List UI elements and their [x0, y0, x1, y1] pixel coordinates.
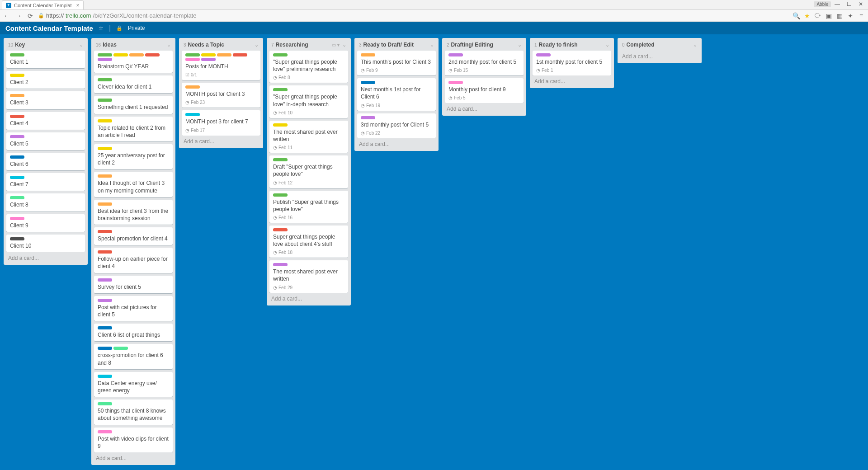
back-icon[interactable]: ←	[3, 12, 11, 20]
card[interactable]: Something client 1 requested	[94, 96, 173, 113]
badge-text: Feb 16	[278, 215, 292, 220]
card[interactable]: "Super great things people love" prelimi…	[269, 51, 348, 83]
chrome-menu-icon[interactable]: ≡	[857, 12, 865, 20]
card[interactable]: "Super great things people love" in-dept…	[269, 85, 348, 118]
extension-icon-1[interactable]: ▣	[825, 12, 833, 20]
card[interactable]: Follow-up on earlier piece for client 4	[94, 248, 173, 273]
board-star-icon[interactable]: ☆	[99, 25, 104, 31]
browser-tab[interactable]: T Content Calendar Templat ×	[2, 0, 84, 9]
list-header[interactable]: 0Completed⌄	[620, 41, 699, 51]
card[interactable]: Client 1	[6, 51, 85, 68]
window-maximize-icon[interactable]: ☐	[844, 0, 854, 8]
evernote-icon[interactable]: ✦	[846, 12, 854, 20]
board-title[interactable]: Content Calendar Template	[5, 24, 93, 32]
add-card-button[interactable]: Add a card...	[94, 452, 173, 461]
card[interactable]: Idea I thought of for Client 3 on my mor…	[94, 172, 173, 197]
card[interactable]: Client 5	[6, 132, 85, 150]
badge-text: Feb 12	[278, 180, 292, 185]
card[interactable]: Client 6 list of great things	[94, 324, 173, 341]
card[interactable]: MONTH post 3 for client 7◔Feb 17	[182, 110, 260, 135]
card[interactable]: Client 3	[6, 91, 85, 109]
card[interactable]: The most shared post ever written◔Feb 29	[269, 260, 348, 292]
list-header[interactable]: 16Ideas⌄	[94, 41, 173, 51]
window-close-icon[interactable]: ✕	[855, 0, 866, 8]
list-cards: 2nd monthly post for client 5◔Feb 15Mont…	[445, 51, 524, 103]
card[interactable]: Brainstorm Q# YEAR	[94, 51, 173, 73]
list-header[interactable]: 1Ready to finish⌄	[533, 41, 611, 51]
list-header[interactable]: 7Researching▭ ▾⌄	[269, 41, 348, 51]
forward-icon[interactable]: →	[14, 12, 23, 20]
card-title: Client 6	[10, 160, 81, 168]
card-labels	[98, 119, 169, 122]
list-menu-icon[interactable]: ⌄	[255, 42, 259, 48]
board-canvas[interactable]: 10Key⌄Client 1Client 2Client 3Client 4Cl…	[0, 34, 868, 470]
card[interactable]: Client 8	[6, 193, 85, 211]
card[interactable]: 25 year anniversary post for client 2	[94, 144, 173, 169]
card[interactable]: Client 10	[6, 235, 85, 252]
list-menu-icon[interactable]: ⌄	[693, 42, 697, 48]
list-header[interactable]: 10Key⌄	[6, 41, 85, 51]
list-menu-icon[interactable]: ⌄	[167, 42, 171, 48]
list: 3Ready to Draft/ Edit⌄This month's post …	[354, 38, 439, 151]
pocket-icon[interactable]: ⧂	[814, 12, 822, 20]
card[interactable]: 50 things that client 8 knows about some…	[94, 400, 173, 424]
card[interactable]: Client 4	[6, 112, 85, 130]
card[interactable]: This month's post for Client 3◔Feb 9	[357, 51, 436, 75]
card[interactable]: Topic related to client 2 from an articl…	[94, 117, 173, 141]
card[interactable]: Super great things people love about cli…	[269, 226, 348, 258]
privacy-label[interactable]: Private	[128, 25, 145, 31]
extension-icon-2[interactable]: ▦	[835, 12, 844, 20]
add-card-button[interactable]: Add a card...	[620, 51, 699, 60]
list-menu-icon[interactable]: ⌄	[342, 42, 346, 48]
label-red	[233, 53, 247, 56]
card-labels	[98, 174, 169, 178]
reload-icon[interactable]: ⟳	[26, 12, 34, 20]
window-minimize-icon[interactable]: —	[832, 0, 843, 8]
card[interactable]: Client 2	[6, 71, 85, 89]
clock-icon: ◔	[273, 75, 277, 80]
label-orange	[185, 85, 200, 89]
card[interactable]: Monthly post for client 9◔Feb 5	[445, 78, 524, 103]
zoom-icon[interactable]: 🔍	[792, 12, 800, 20]
list-extras-icon[interactable]: ▭ ▾	[332, 42, 340, 47]
card[interactable]: Next month's 1st post for Client 6◔Feb 1…	[357, 78, 436, 110]
list: 2Drafting/ Editing⌄2nd monthly post for …	[442, 38, 526, 116]
close-tab-icon[interactable]: ×	[76, 2, 80, 9]
add-card-button[interactable]: Add a card...	[6, 252, 85, 261]
add-card-button[interactable]: Add a card...	[269, 293, 348, 302]
bookmark-star-icon[interactable]: ★	[803, 12, 811, 20]
url-display[interactable]: 🔒 https://trello.com/b/dYzGorXL/content-…	[38, 12, 788, 19]
card[interactable]: Data Center energy use/ green energy	[94, 372, 173, 397]
card[interactable]: Survey for client 5	[94, 276, 173, 293]
card[interactable]: Special promotion for client 4	[94, 227, 173, 245]
list-header[interactable]: 3Needs a Topic⌄	[182, 41, 260, 51]
card[interactable]: Clever idea for client 1	[94, 75, 173, 93]
card[interactable]: Post with video clips for client 9	[94, 428, 173, 452]
list-header[interactable]: 2Drafting/ Editing⌄	[445, 41, 524, 51]
card[interactable]: Best idea for client 3 from the brainsto…	[94, 200, 173, 225]
list-menu-icon[interactable]: ⌄	[79, 42, 83, 48]
card[interactable]: Client 7	[6, 173, 85, 191]
card[interactable]: Client 9	[6, 214, 85, 232]
card[interactable]: Posts for MONTH☑0/1	[182, 51, 260, 80]
chrome-user-badge[interactable]: Abbie	[814, 1, 831, 7]
add-card-button[interactable]: Add a card...	[182, 136, 260, 145]
add-card-button[interactable]: Add a card...	[445, 103, 524, 112]
card-title: MONTH post for Client 3	[185, 90, 257, 98]
card[interactable]: 3rd monthly post for Client 5◔Feb 22	[357, 113, 436, 138]
list-menu-icon[interactable]: ⌄	[430, 42, 434, 48]
card[interactable]: 1st monthly post for client 5◔Feb 1	[533, 51, 611, 75]
add-card-button[interactable]: Add a card...	[533, 75, 611, 85]
card[interactable]: The most shared post ever written◔Feb 11	[269, 121, 348, 153]
card[interactable]: cross-promotion for client 6 and 8	[94, 344, 173, 369]
card[interactable]: Publish "Super great things people love"…	[269, 191, 348, 223]
card[interactable]: 2nd monthly post for client 5◔Feb 15	[445, 51, 524, 75]
add-card-button[interactable]: Add a card...	[357, 138, 436, 147]
list-header[interactable]: 3Ready to Draft/ Edit⌄	[357, 41, 436, 51]
list-menu-icon[interactable]: ⌄	[605, 42, 609, 48]
list-menu-icon[interactable]: ⌄	[518, 42, 522, 48]
card[interactable]: Post with cat pictures for client 5	[94, 296, 173, 321]
card[interactable]: Draft "Super great things people love"◔F…	[269, 155, 348, 188]
card[interactable]: MONTH post for Client 3◔Feb 23	[182, 83, 260, 108]
card[interactable]: Client 6	[6, 153, 85, 170]
